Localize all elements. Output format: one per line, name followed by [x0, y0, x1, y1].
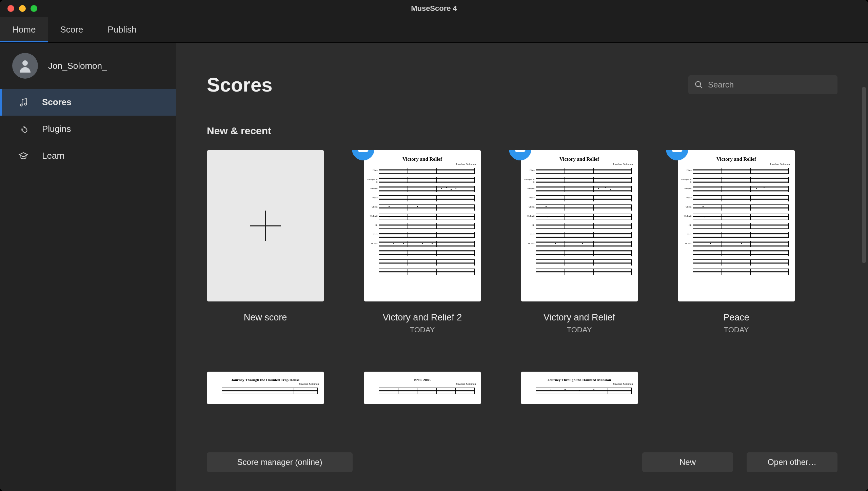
score-title: Peace [723, 312, 749, 323]
sheet-title: Victory and Relief [521, 156, 638, 162]
score-thumb: Journey Through the Haunted Mansion Jona… [521, 372, 638, 404]
score-card[interactable]: Victory and Relief Jonathan Solomon Flut… [521, 150, 638, 334]
score-card[interactable]: Journey Through the Haunted Trap House J… [207, 372, 324, 404]
tab-label: Publish [107, 24, 136, 35]
score-title: New score [244, 312, 287, 323]
staff-block: Flute Trumpet in B Trumpet Voice Violin … [521, 166, 638, 301]
user-icon [17, 58, 33, 74]
svg-point-1 [20, 104, 22, 106]
tab-label: Score [60, 24, 83, 35]
plus-icon [250, 211, 281, 241]
sheet-title: Journey Through the Haunted Mansion [521, 378, 638, 382]
svg-point-2 [24, 103, 26, 105]
score-card[interactable]: Victory and Relief Jonathan Solomon Flut… [678, 150, 795, 334]
tabbar: Home Score Publish [0, 17, 868, 43]
sidebar: Jon_Solomon_ Scores Plugins Learn [0, 43, 176, 491]
sidebar-item-label: Plugins [42, 124, 71, 134]
tab-publish[interactable]: Publish [95, 17, 149, 42]
staff-block: Flute Trumpet in B Trumpet Voice Violin … [678, 166, 795, 301]
score-thumb: Victory and Relief Jonathan Solomon Flut… [678, 150, 795, 301]
sheet-title: NYC 2083 [364, 378, 481, 382]
svg-point-0 [22, 60, 28, 66]
sidebar-user[interactable]: Jon_Solomon_ [0, 43, 176, 89]
avatar [12, 53, 38, 79]
app-window: MuseScore 4 Home Score Publish Jon_Solom… [0, 0, 868, 491]
sheet-title: Journey Through the Haunted Trap House [207, 378, 324, 382]
sheet-author: Jonathan Solomon [207, 382, 324, 386]
score-title: Victory and Relief [544, 312, 615, 323]
sheet-author: Jonathan Solomon [678, 163, 795, 166]
score-card[interactable]: NYC 2083 Jonathan Solomon [364, 372, 481, 404]
minimize-window-button[interactable] [19, 5, 26, 12]
sidebar-item-learn[interactable]: Learn [0, 142, 176, 169]
sidebar-item-scores[interactable]: Scores [0, 89, 176, 116]
score-card[interactable]: Victory and Relief Jonathan Solomon Flut… [364, 150, 481, 334]
scores-grid: New score Victory and Relief Jonathan So… [176, 150, 868, 404]
sheet-author: Jonathan Solomon [364, 382, 481, 386]
svg-point-3 [695, 81, 701, 86]
window-title: MuseScore 4 [0, 4, 868, 13]
score-card-new[interactable]: New score [207, 150, 324, 334]
close-window-button[interactable] [7, 5, 14, 12]
sheet-title: Victory and Relief [364, 156, 481, 162]
sheet-author: Jonathan Solomon [364, 163, 481, 166]
sheet-title: Victory and Relief [678, 156, 795, 162]
score-thumb: Victory and Relief Jonathan Solomon Flut… [364, 150, 481, 301]
sidebar-item-label: Learn [42, 151, 65, 161]
search-icon [694, 80, 703, 89]
score-title: Victory and Relief 2 [383, 312, 462, 323]
music-note-icon [18, 97, 28, 107]
sidebar-item-label: Scores [42, 97, 72, 107]
sheet-author: Jonathan Solomon [521, 163, 638, 166]
sidebar-item-plugins[interactable]: Plugins [0, 116, 176, 142]
score-date: TODAY [567, 326, 592, 334]
main-area: Jon_Solomon_ Scores Plugins Learn [0, 43, 868, 491]
page-title: Scores [207, 73, 272, 96]
staff-block: Flute Trumpet in B Trumpet Voice Violin … [364, 166, 481, 301]
graduation-icon [18, 151, 28, 161]
scrollbar[interactable] [862, 87, 866, 263]
search-input[interactable] [708, 80, 831, 90]
open-other-button[interactable]: Open other… [747, 452, 837, 472]
score-date: TODAY [724, 326, 749, 334]
titlebar: MuseScore 4 [0, 0, 868, 17]
sheet-author: Jonathan Solomon [521, 382, 638, 386]
search-box[interactable] [688, 75, 837, 94]
score-thumb: Journey Through the Haunted Trap House J… [207, 372, 324, 404]
score-manager-button[interactable]: Score manager (online) [207, 452, 353, 472]
new-score-thumb [207, 150, 324, 301]
user-name: Jon_Solomon_ [48, 61, 107, 71]
right-buttons: New Open other… [642, 452, 837, 472]
traffic-lights [0, 5, 37, 12]
content-area: Scores New & recent N [176, 43, 868, 491]
tab-home[interactable]: Home [0, 17, 48, 42]
tab-score[interactable]: Score [48, 17, 95, 42]
bottom-bar: Score manager (online) New Open other… [207, 452, 837, 472]
header-row: Scores [176, 43, 868, 96]
plug-icon [18, 124, 28, 134]
score-card[interactable]: Journey Through the Haunted Mansion Jona… [521, 372, 638, 404]
maximize-window-button[interactable] [31, 5, 37, 12]
scores-scroll: New score Victory and Relief Jonathan So… [176, 150, 868, 491]
score-date: TODAY [410, 326, 435, 334]
new-button[interactable]: New [642, 452, 733, 472]
score-thumb: Victory and Relief Jonathan Solomon Flut… [521, 150, 638, 301]
score-thumb: NYC 2083 Jonathan Solomon [364, 372, 481, 404]
section-title: New & recent [176, 96, 868, 137]
tab-label: Home [12, 24, 36, 35]
